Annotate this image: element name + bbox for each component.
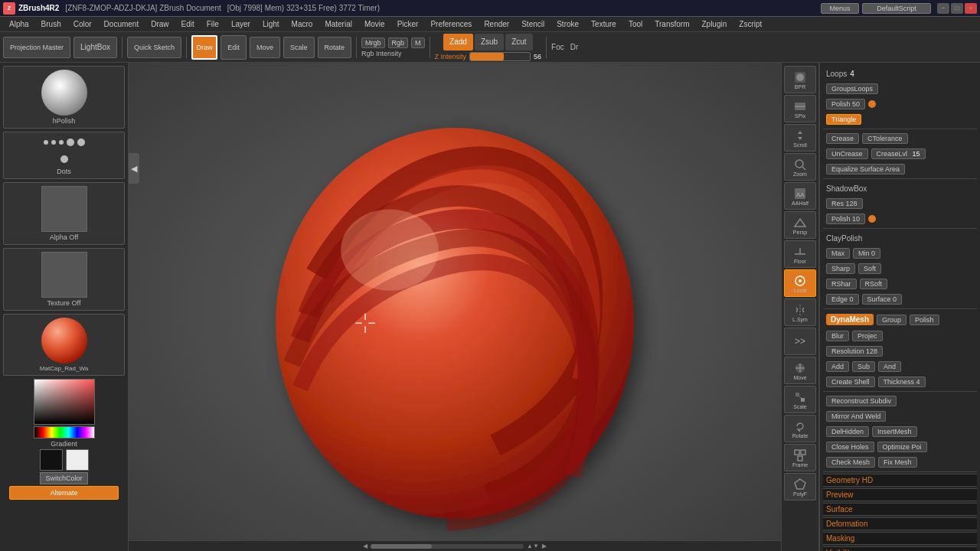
- menu-brush[interactable]: Brush: [35, 18, 67, 30]
- menu-picker[interactable]: Picker: [391, 18, 425, 30]
- deformation-heading[interactable]: Deformation: [823, 517, 977, 530]
- ctolerance-button[interactable]: CTolerance: [862, 133, 908, 144]
- brush-panel-item[interactable]: hPolish: [3, 66, 125, 129]
- move-button[interactable]: Move: [250, 37, 280, 58]
- spix-button[interactable]: SPix: [784, 95, 816, 122]
- menu-movie[interactable]: Movie: [358, 18, 391, 30]
- close-holes-button[interactable]: Close Holes: [826, 442, 874, 452]
- rotate-icon-button[interactable]: Rotate: [784, 415, 816, 442]
- menu-tool[interactable]: Tool: [622, 18, 648, 30]
- group-button[interactable]: Group: [877, 315, 906, 325]
- triangle-button[interactable]: Triangle: [826, 114, 861, 125]
- rgb-btn[interactable]: Rgb: [388, 37, 409, 48]
- quick-sketch-button[interactable]: Quick Sketch: [127, 37, 181, 58]
- persp-button[interactable]: Persp: [784, 211, 816, 239]
- menu-light[interactable]: Light: [256, 18, 286, 30]
- menu-texture[interactable]: Texture: [585, 18, 622, 30]
- menu-color[interactable]: Color: [67, 18, 98, 30]
- swatch-black[interactable]: [40, 449, 63, 471]
- alternate-button[interactable]: Alternate: [9, 486, 119, 500]
- soft-button[interactable]: Soft: [858, 263, 881, 274]
- delhidden-button[interactable]: DelHidden: [826, 426, 869, 437]
- polish-50-button[interactable]: Polish 50: [826, 99, 865, 109]
- min-button[interactable]: Min 0: [853, 248, 880, 259]
- floor-button[interactable]: Floor: [784, 240, 816, 268]
- local-button[interactable]: Local: [784, 269, 816, 297]
- matcap-panel-item[interactable]: MatCap_Rad_Wa: [3, 314, 125, 376]
- reconstruct-button[interactable]: Reconstruct Subdiv: [826, 396, 897, 406]
- fix-mesh-button[interactable]: Fix Mesh: [878, 457, 917, 468]
- mirror-weld-button[interactable]: Mirror And Weld: [826, 411, 886, 422]
- menu-alpha[interactable]: Alpha: [3, 18, 35, 30]
- script-button[interactable]: DefaultScript: [862, 3, 931, 14]
- res-button[interactable]: Res 128: [826, 198, 863, 209]
- projec-button[interactable]: Projec: [852, 331, 883, 341]
- crease-button[interactable]: Crease: [826, 133, 859, 144]
- polish-dyna-button[interactable]: Polish: [910, 315, 939, 325]
- move-icon-button[interactable]: Move: [784, 357, 816, 384]
- bottom-scrollbar[interactable]: ◀ ▲▼ ▶: [129, 540, 781, 551]
- insertmesh-button[interactable]: InsertMesh: [872, 426, 917, 437]
- maximize-button[interactable]: □: [951, 3, 963, 14]
- uncrease-button[interactable]: UnCrease: [826, 148, 868, 159]
- close-button[interactable]: ×: [965, 3, 977, 14]
- frame-button[interactable]: Frame: [784, 444, 816, 471]
- texture-panel-item[interactable]: Texture Off: [3, 248, 125, 311]
- edge-button[interactable]: Edge 0: [826, 294, 859, 305]
- z-intensity-slider[interactable]: [469, 52, 531, 61]
- polyf-button[interactable]: PolyF: [784, 473, 816, 500]
- lsym-button[interactable]: L.Sym: [784, 298, 816, 326]
- projection-master-button[interactable]: Projection Master: [3, 37, 70, 58]
- dynamesh-button[interactable]: DynaMesh: [826, 314, 874, 325]
- menu-layer[interactable]: Layer: [225, 18, 256, 30]
- zadd-button[interactable]: Zadd: [443, 34, 473, 51]
- masking-heading[interactable]: Masking: [823, 532, 977, 545]
- add-button[interactable]: Add: [826, 361, 849, 372]
- preview-heading[interactable]: Preview: [823, 488, 977, 501]
- menu-stencil[interactable]: Stencil: [515, 18, 550, 30]
- canvas-area[interactable]: ◀ ▲▼ ▶: [129, 63, 781, 551]
- menu-preferences[interactable]: Preferences: [424, 18, 478, 30]
- menu-macro[interactable]: Macro: [286, 18, 319, 30]
- color-picker-area[interactable]: [34, 379, 95, 425]
- mrgb-btn[interactable]: Mrgb: [361, 37, 385, 48]
- m-btn[interactable]: M: [411, 37, 425, 48]
- dots-panel-item[interactable]: Dots: [3, 132, 125, 179]
- visibility-heading[interactable]: Visibility: [823, 546, 977, 551]
- aahalf-button[interactable]: AA AAHalf: [784, 182, 816, 210]
- groups-loops-button[interactable]: GroupsLoops: [826, 83, 878, 94]
- scale-icon-button[interactable]: Scale: [784, 386, 816, 413]
- menu-file[interactable]: File: [201, 18, 225, 30]
- menu-zplugin[interactable]: Zplugin: [695, 18, 733, 30]
- rshar-button[interactable]: RShar: [826, 279, 857, 289]
- surface-heading[interactable]: Surface: [823, 503, 977, 516]
- resolution-button[interactable]: Resolution 128: [826, 346, 883, 357]
- zsub-button[interactable]: Zsub: [475, 34, 504, 51]
- create-shell-button[interactable]: Create Shell: [826, 377, 875, 387]
- zoom-button[interactable]: Zoom: [784, 153, 816, 181]
- switch-color-button[interactable]: SwitchColor: [40, 472, 87, 484]
- scale-button[interactable]: Scale: [283, 37, 315, 58]
- optimize-poi-button[interactable]: Optimize Poi: [877, 442, 927, 452]
- thickness-button[interactable]: Thickness 4: [878, 377, 926, 387]
- polish-10-button[interactable]: Polish 10: [826, 214, 865, 224]
- scroll-button[interactable]: Scroll: [784, 124, 816, 152]
- edit-button[interactable]: Edit: [220, 35, 247, 60]
- menu-zscript[interactable]: Zscript: [733, 18, 768, 30]
- menu-draw[interactable]: Draw: [145, 18, 175, 30]
- check-mesh-button[interactable]: Check Mesh: [826, 457, 875, 468]
- max-button[interactable]: Max: [826, 248, 850, 259]
- blur-button[interactable]: Blur: [826, 331, 849, 341]
- lightbox-button[interactable]: LightBox: [74, 37, 117, 58]
- menus-button[interactable]: Menus: [821, 3, 859, 14]
- zcut-button[interactable]: Zcut: [505, 34, 532, 51]
- draw-button[interactable]: Draw: [191, 35, 217, 60]
- menu-document[interactable]: Document: [98, 18, 145, 30]
- rotate-button[interactable]: Rotate: [318, 37, 352, 58]
- gradient-bar[interactable]: [34, 426, 95, 439]
- menu-render[interactable]: Render: [478, 18, 515, 30]
- minimize-button[interactable]: −: [937, 3, 949, 14]
- and-button[interactable]: And: [878, 361, 901, 372]
- menu-material[interactable]: Material: [318, 18, 358, 30]
- rsoft-button[interactable]: RSoft: [860, 279, 888, 289]
